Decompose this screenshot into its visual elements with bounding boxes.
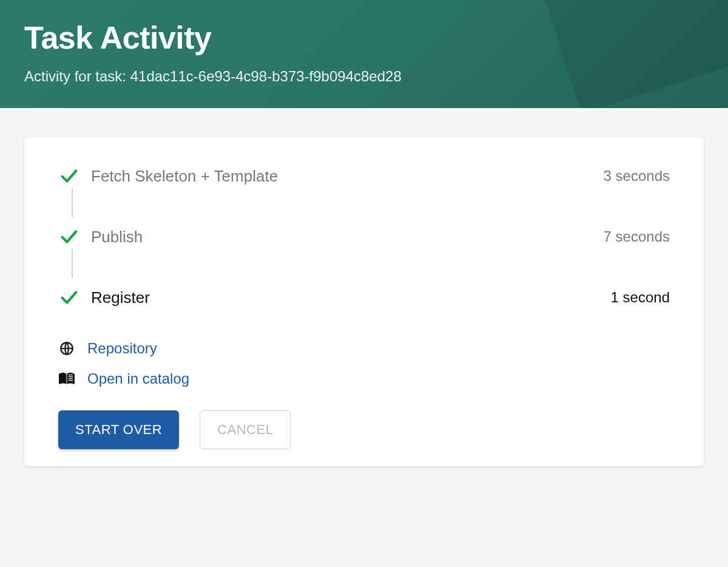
step-connector: [72, 249, 73, 278]
step-label: Publish: [91, 226, 604, 248]
open-in-catalog-link[interactable]: Open in catalog: [87, 370, 189, 387]
svg-rect-2: [69, 376, 73, 377]
step-list: Fetch Skeleton + Template 3 seconds Publ…: [58, 165, 670, 333]
book-icon: [58, 370, 75, 387]
globe-icon: [58, 340, 75, 357]
check-icon: [58, 165, 80, 187]
page-subtitle: Activity for task: 41dac11c-6e93-4c98-b3…: [24, 68, 704, 85]
start-over-button[interactable]: START OVER: [58, 410, 179, 449]
cancel-button[interactable]: CANCEL: [200, 410, 291, 449]
step-row: Publish 7 seconds: [58, 226, 670, 287]
check-icon: [58, 226, 80, 248]
svg-rect-4: [69, 380, 73, 381]
step-duration: 3 seconds: [604, 165, 670, 187]
step-row: Register 1 second: [58, 287, 670, 333]
page-header: Task Activity Activity for task: 41dac11…: [0, 0, 728, 108]
step-duration: 7 seconds: [604, 226, 670, 248]
svg-rect-3: [69, 378, 73, 379]
link-list: Repository Open in catalog: [58, 340, 670, 387]
repository-link[interactable]: Repository: [87, 340, 157, 357]
step-connector: [72, 188, 73, 217]
step-label: Register: [91, 287, 611, 308]
step-duration: 1 second: [611, 287, 670, 308]
repository-link-row: Repository: [58, 340, 670, 357]
action-bar: START OVER CANCEL: [58, 410, 670, 449]
page-title: Task Activity: [24, 19, 704, 56]
svg-rect-1: [69, 375, 73, 375]
activity-card: Fetch Skeleton + Template 3 seconds Publ…: [24, 137, 704, 466]
catalog-link-row: Open in catalog: [58, 370, 670, 387]
step-label: Fetch Skeleton + Template: [91, 165, 604, 187]
step-row: Fetch Skeleton + Template 3 seconds: [58, 165, 670, 226]
check-icon: [58, 287, 80, 308]
